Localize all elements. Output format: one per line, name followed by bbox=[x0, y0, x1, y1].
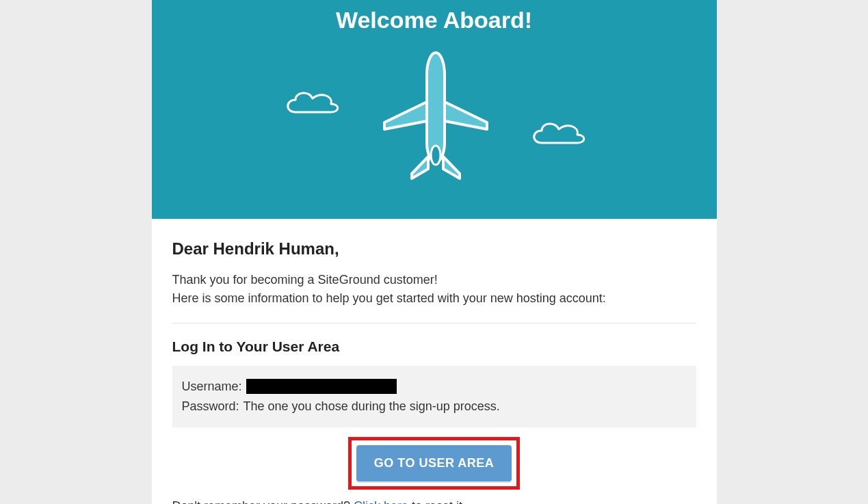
username-redacted bbox=[246, 379, 397, 394]
forgot-prefix: Don't remember your password? bbox=[172, 499, 354, 504]
password-row: Password: The one you chose during the s… bbox=[182, 397, 687, 416]
password-label: Password: bbox=[182, 397, 239, 416]
header-artwork bbox=[152, 47, 717, 198]
cloud-left-icon bbox=[282, 85, 343, 119]
cloud-right-icon bbox=[528, 116, 590, 150]
email-body: Dear Hendrik Human, Thank you for becomi… bbox=[152, 219, 717, 504]
forgot-suffix: to reset it. bbox=[408, 499, 466, 504]
username-row: Username: bbox=[182, 377, 687, 397]
intro-line-1: Thank you for becoming a SiteGround cust… bbox=[172, 273, 438, 287]
username-label: Username: bbox=[182, 377, 242, 397]
greeting: Dear Hendrik Human, bbox=[172, 239, 696, 258]
intro-text: Thank you for becoming a SiteGround cust… bbox=[172, 271, 696, 308]
cta-highlight-box: GO TO USER AREA bbox=[348, 437, 521, 490]
cta-wrap: GO TO USER AREA bbox=[172, 437, 696, 490]
svg-point-0 bbox=[431, 146, 440, 165]
go-to-user-area-button[interactable]: GO TO USER AREA bbox=[356, 445, 512, 481]
email-container: Welcome Aboard! bbox=[152, 0, 717, 504]
password-value: The one you chose during the sign-up pro… bbox=[244, 397, 500, 416]
email-header: Welcome Aboard! bbox=[152, 0, 717, 219]
header-title: Welcome Aboard! bbox=[152, 7, 717, 34]
login-section-title: Log In to Your User Area bbox=[172, 339, 696, 355]
forgot-password-text: Don't remember your password? Click here… bbox=[172, 499, 696, 504]
credentials-box: Username: Password: The one you chose du… bbox=[172, 366, 696, 427]
intro-line-2: Here is some information to help you get… bbox=[172, 291, 606, 305]
divider bbox=[172, 323, 696, 323]
forgot-password-link[interactable]: Click here bbox=[354, 499, 408, 504]
airplane-icon bbox=[378, 47, 494, 184]
